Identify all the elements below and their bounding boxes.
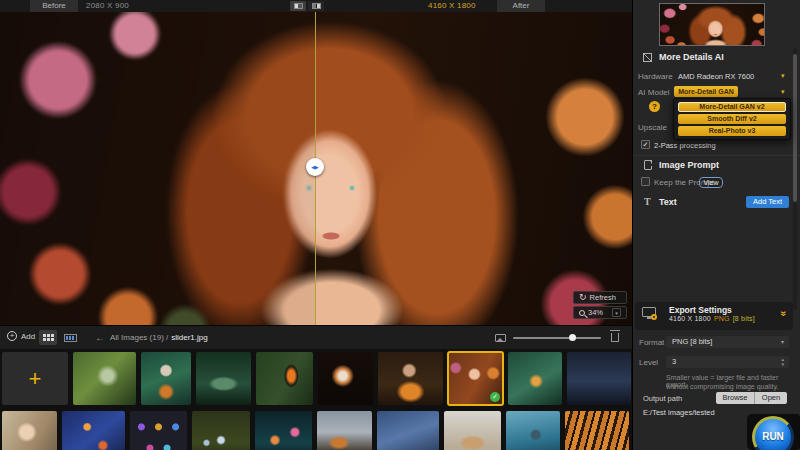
- add-image-tile[interactable]: +: [2, 352, 68, 405]
- thumbnail-diver[interactable]: [506, 411, 560, 450]
- run-progress-ring: RUN: [752, 416, 794, 450]
- thumbnail-game-shields[interactable]: [130, 411, 187, 450]
- keep-prompt-checkbox[interactable]: [641, 177, 650, 186]
- library-toolbar: + Add ← All Images (19) /slider1.jpg: [0, 325, 632, 349]
- current-image-preview[interactable]: [659, 3, 765, 46]
- thumbnail-redhead-current[interactable]: ✓: [448, 352, 503, 405]
- thumbnail-crystal-flower[interactable]: [318, 352, 373, 405]
- thumbnail-grid: +✓: [0, 349, 632, 450]
- app-window: Before 2080 X 900 4160 X 1800 After ◀▶ ↻…: [0, 0, 800, 450]
- section-divider: [633, 155, 800, 156]
- export-format-tag: PNG: [714, 315, 730, 322]
- ai-model-chevron-icon[interactable]: ▾: [781, 88, 785, 96]
- thumbnail-mountain-truck[interactable]: [317, 411, 372, 450]
- thumbnail-glow-mushrooms[interactable]: [255, 411, 312, 450]
- model-option-real-photo[interactable]: Real-Photo v3: [678, 126, 786, 136]
- before-size: 2080 X 900: [86, 0, 129, 12]
- current-file-name: slider1.jpg: [171, 333, 207, 342]
- model-option-more-detail-gan[interactable]: More-Detail GAN v2: [678, 102, 786, 112]
- zoom-dropdown-icon[interactable]: ▾: [612, 308, 621, 317]
- preview-topbar: Before 2080 X 900 4160 X 1800 After: [0, 0, 632, 12]
- thumbnail-blonde-woman[interactable]: [2, 411, 57, 450]
- format-dropdown[interactable]: PNG [8 bits] ▾: [666, 336, 789, 348]
- run-button[interactable]: RUN: [755, 419, 791, 450]
- filmstrip-view-button[interactable]: [61, 330, 79, 345]
- thumbnail-forest-river[interactable]: [196, 352, 251, 405]
- filmstrip-view-icon: [64, 334, 77, 342]
- side-by-side-icon: [312, 3, 321, 9]
- delete-icon[interactable]: [611, 333, 619, 342]
- settings-panel: More Details AI Hardware AMD Radeon RX 7…: [632, 0, 800, 450]
- refresh-icon: ↻: [579, 293, 587, 302]
- split-view-toggle[interactable]: [290, 1, 306, 11]
- selected-check-icon: ✓: [490, 392, 500, 402]
- image-prompt-icon: [644, 160, 652, 170]
- hardware-label: Hardware: [638, 72, 673, 81]
- upscale-label: Upscale: [638, 123, 667, 132]
- comparison-canvas[interactable]: ◀▶ ↻ Refresh 34% ▾: [0, 12, 632, 325]
- thumbnail-row-1: +✓: [2, 352, 630, 405]
- divider-arrows-icon: ◀▶: [311, 164, 319, 170]
- export-settings-title: Export Settings: [669, 305, 732, 315]
- ai-model-label: AI Model: [638, 88, 670, 97]
- comparison-divider[interactable]: ◀▶: [315, 12, 316, 325]
- level-label: Level: [639, 358, 658, 367]
- open-button[interactable]: Open: [755, 392, 787, 404]
- thumbnail-forest-orbs[interactable]: [192, 411, 250, 450]
- ai-model-dropdown: More-Detail GAN v2 Smooth Diff v2 Real-P…: [673, 98, 791, 140]
- ai-section-title: More Details AI: [659, 52, 724, 62]
- thumbnail-size-icon: [495, 334, 506, 342]
- hardware-value[interactable]: AMD Radeon RX 7600: [678, 72, 754, 81]
- add-plus-icon: +: [29, 368, 42, 390]
- ai-model-value[interactable]: More-Detail GAN v2: [674, 86, 738, 97]
- level-hint-line2: without compromising image quality.: [666, 383, 778, 390]
- thumbnail-night-mountains[interactable]: [567, 352, 631, 405]
- thumbnail-toucan[interactable]: [256, 352, 313, 405]
- run-button-area: RUN: [747, 414, 800, 450]
- export-size: 4160 X 1800: [669, 315, 711, 322]
- level-input[interactable]: 3 ▴▾: [666, 356, 789, 368]
- thumbnail-flower-girl[interactable]: [141, 352, 191, 405]
- two-pass-label: 2-Pass processing: [654, 141, 716, 150]
- thumbnail-row-2: [2, 411, 630, 450]
- level-stepper-icon[interactable]: ▴▾: [781, 357, 784, 367]
- enhance-icon: [643, 53, 652, 62]
- divider-handle[interactable]: ◀▶: [306, 158, 324, 176]
- thumbnail-size-slider[interactable]: [513, 337, 601, 339]
- model-option-smooth-diff[interactable]: Smooth Diff v2: [678, 114, 786, 124]
- export-gear-icon: [651, 314, 657, 320]
- zoom-control[interactable]: 34% ▾: [573, 306, 627, 319]
- two-pass-checkbox[interactable]: ✓: [641, 140, 650, 149]
- grid-view-button[interactable]: [39, 330, 57, 345]
- before-label: Before: [30, 0, 78, 12]
- canvas-overlay-controls: ↻ Refresh 34% ▾: [573, 289, 627, 319]
- image-prompt-title: Image Prompt: [659, 160, 719, 170]
- thumbnail-terrarium[interactable]: [508, 352, 562, 405]
- back-arrow[interactable]: ←: [95, 330, 105, 345]
- help-icon[interactable]: ?: [649, 101, 660, 112]
- thumbnail-monk-portrait[interactable]: [378, 352, 443, 405]
- panel-scrollbar[interactable]: [793, 48, 797, 310]
- hardware-chevron-icon[interactable]: ▾: [781, 72, 785, 80]
- refresh-button[interactable]: ↻ Refresh: [573, 291, 627, 304]
- output-path-label: Output path: [643, 394, 682, 403]
- thumbnail-anime-girl[interactable]: [73, 352, 136, 405]
- thumbnail-beach-photo[interactable]: [444, 411, 501, 450]
- panel-scrollbar-thumb[interactable]: [793, 54, 797, 202]
- export-collapse-icon[interactable]: »: [778, 311, 789, 317]
- output-path-buttons: Browse Open: [716, 392, 787, 404]
- thumbnail-tiger[interactable]: [565, 411, 629, 450]
- add-text-button[interactable]: Add Text: [746, 196, 789, 208]
- view-prompt-button[interactable]: View: [699, 177, 723, 188]
- add-button[interactable]: + Add: [7, 331, 35, 341]
- view-mode-toggles: [290, 1, 324, 11]
- add-circle-icon: +: [7, 331, 17, 341]
- split-view-icon: [294, 3, 303, 9]
- thumbnail-blue-mountains[interactable]: [377, 411, 439, 450]
- slider-handle[interactable]: [569, 334, 576, 341]
- side-by-side-toggle[interactable]: [308, 1, 324, 11]
- export-summary: 4160 X 1800PNG[8 bits]: [669, 315, 755, 322]
- after-size: 4160 X 1800: [428, 0, 476, 12]
- browse-button[interactable]: Browse: [716, 392, 755, 404]
- thumbnail-blue-fantasy[interactable]: [62, 411, 125, 450]
